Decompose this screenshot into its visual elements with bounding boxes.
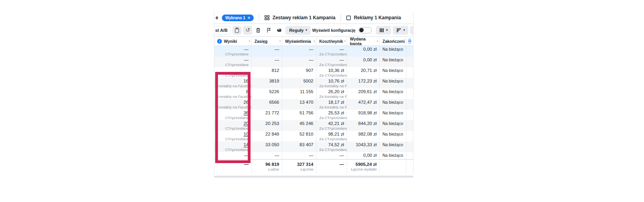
tab-ads-label: Reklamy 1 Kampania [354,15,401,20]
column-header-wyswietlenia[interactable]: Wyświetlenia ▾ [282,37,317,46]
wydana-value: 0,00 zł [350,47,377,52]
sort-caret-icon[interactable]: ▾ [377,40,378,43]
zakonczenie-value: Na bieżąco [382,57,403,62]
zasieg-value: 21 772 [254,110,279,116]
wydana-value: 472,47 zł [350,100,377,105]
column-label: Zasięg [254,39,267,44]
wydana-value: 209,61 zł [350,89,377,94]
column-label: Zakończeni [382,39,405,44]
zakonczenie-value: Na bieżąco [382,142,403,147]
chevron-down-icon: ▾ [403,29,405,32]
sort-caret-icon[interactable]: ▾ [279,40,281,43]
koszt-value: 25,53 zł [319,110,344,116]
koszt-sublabel: Za CTAprzesłane [319,126,344,130]
column-header-zasieg[interactable]: Zasięg ▾ [252,37,282,46]
zasieg-value: 812 [254,68,279,73]
sort-caret-icon[interactable]: ▾ [403,40,405,43]
table-row[interactable]: — CTAprzesłane — — — Za CTAprzesłane 0,0… [214,46,413,57]
trash-icon [256,28,261,33]
wydana-value: 172,23 zł [350,79,377,84]
configuration-toggle[interactable] [359,27,372,33]
total-wyswietlenia-sublabel: Łącznie [285,167,313,171]
zakonczenie-value: Na bieżąco [382,89,403,94]
column-header-koszt-wynik[interactable]: Koszt/wynik ▾ [317,37,347,46]
breakdown-bars-icon [396,28,401,33]
chevron-down-icon: ▾ [386,29,388,32]
table-row[interactable]: — CTAprzesłane — — — Za CTAprzesłane 0,0… [214,57,413,67]
koszt-value: 18,17 zł [319,100,344,105]
wyswietlenia-value: 5002 [285,79,313,84]
wyswietlenia-value: — [285,57,313,62]
tab-ad-sets[interactable]: Zestawy reklam 1 Kampania [259,12,340,24]
pin-button[interactable] [264,26,273,35]
sort-caret-icon[interactable]: ▾ [344,40,346,43]
koszt-sublabel: Za kontakty na Face.. [319,94,344,99]
column-header-wyniki[interactable]: i Wyniki ▾ [214,37,252,46]
plus-circle-icon[interactable]: + [408,39,412,44]
clipboard-icon [234,28,240,33]
selected-count-badge[interactable]: Wybrano 1 × [222,15,254,21]
horizontal-scrollbar[interactable] [214,176,413,178]
duplicate-button[interactable] [232,26,242,35]
wyswietlenia-value: — [285,153,313,158]
column-label: Wydana kwota [350,37,377,46]
show-configuration-label: Wyświetl konfigurację [312,28,357,33]
undo-icon: ↺ [245,28,250,33]
column-header-wydana-kwota[interactable]: Wydana kwota ▾ [347,37,380,46]
wyswietlenia-value: 52 810 [285,132,313,137]
flag-icon [266,28,271,33]
zakonczenie-value: Na bieżąco [382,47,403,52]
sort-caret-icon[interactable]: ▾ [249,40,250,43]
koszt-sublabel: Za CTAprzesłane [319,52,344,56]
wyniki-sublabel: CTAprzesłane [217,62,249,67]
column-label: Wyświetlenia [285,39,311,44]
zakonczenie-value: Na bieżąco [382,79,403,84]
zakonczenie-value: Na bieżąco [382,100,403,105]
delete-button[interactable] [254,26,263,35]
total-wyswietlenia: 327 314 [285,162,313,167]
wydana-value: 918,98 zł [350,110,377,116]
toggle-knob [359,28,364,32]
columns-button[interactable]: ▾ [376,26,391,35]
info-icon[interactable]: i [217,39,222,44]
zasieg-value: 33 050 [254,142,279,147]
wyniki-value: — [217,57,249,62]
ab-test-button-partial[interactable]: st A/B [215,26,231,35]
toolbar: st A/B ↺ [214,24,413,36]
koszt-sublabel: Za kontakty na Face.. [319,105,344,109]
zasieg-value: — [254,47,279,52]
wyniki-sublabel: CTAprzesłane [217,52,249,56]
wyswietlenia-value: — [285,47,313,52]
koszt-value: — [319,57,344,62]
tab-campaigns[interactable]: e Wybrano 1 × [214,12,259,24]
tab-ads[interactable]: Reklamy 1 Kampania [341,12,406,24]
zakonczenie-value: Na bieżąco [382,121,403,126]
tag-button[interactable] [275,26,284,35]
zasieg-value: — [254,153,279,158]
ab-test-label: st A/B [215,28,227,33]
koszt-value: — [319,153,344,158]
rules-label: Reguły [289,28,304,33]
breakdown-button[interactable]: ▾ [393,26,408,35]
sort-caret-icon[interactable]: ▾ [313,40,315,43]
rules-button[interactable]: Reguły ▾ [285,26,311,35]
wydana-value: 844,20 zł [350,121,377,126]
wyswietlenia-value: 83 407 [285,142,313,147]
undo-button[interactable]: ↺ [243,26,252,35]
zasieg-value: — [254,57,279,62]
add-column-cell[interactable]: + [406,37,413,46]
chevron-down-icon: ▾ [306,29,307,32]
zasieg-value: 6566 [254,100,279,105]
adsets-grid-icon [264,15,270,20]
column-header-zakonczenie[interactable]: Zakończeni ▾ [380,37,406,46]
column-label: Wyniki [224,39,237,44]
annotation-highlight-rectangle [215,72,251,163]
koszt-value: 74,52 zł [319,142,344,147]
wyswietlenia-value: 45 246 [285,121,313,126]
reports-button[interactable]: Raporty ▾ [410,26,413,35]
total-zasieg-sublabel: Ludzie [254,167,279,171]
close-icon[interactable]: × [248,16,250,20]
campaign-tabs-bar: e Wybrano 1 × Zestawy reklam 1 Kampania [214,12,413,24]
wyswietlenia-value: 13 470 [285,100,313,105]
koszt-value: 42,21 zł [319,121,344,126]
